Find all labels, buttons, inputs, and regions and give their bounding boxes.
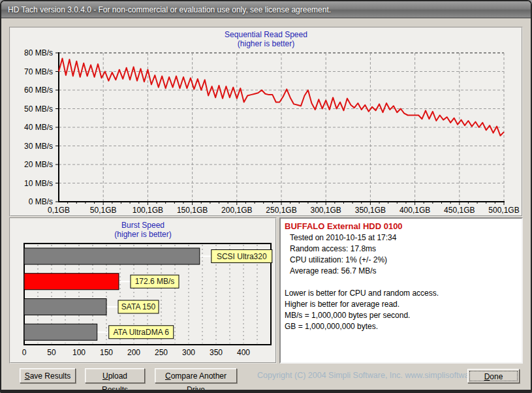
svg-text:0,1GB: 0,1GB [48, 206, 70, 215]
reference-bar [24, 248, 200, 264]
svg-text:0: 0 [22, 348, 27, 357]
svg-text:350: 350 [210, 348, 223, 357]
sequential-read-panel: Sequential Read Speed (higher is better)… [9, 27, 523, 217]
drive-name: BUFFALO External HDD 0100 [285, 221, 518, 232]
svg-text:ATA UltraDMA 6: ATA UltraDMA 6 [113, 328, 169, 337]
compare-another-drive-button[interactable]: Compare Another Drive [155, 368, 237, 383]
reference-bar [24, 324, 97, 340]
svg-text:50 MB/s: 50 MB/s [24, 104, 53, 114]
svg-text:40 MB/s: 40 MB/s [24, 123, 53, 132]
save-results-button[interactable]: Save Results [20, 368, 76, 383]
drive-details: Tested on 2010-10-15 at 17:34Random acce… [285, 232, 518, 277]
burst-speed-chart: SCSI Ultra320172.6 MB/sSATA 150ATA Ultra… [10, 239, 274, 362]
drive-info-panel: BUFFALO External HDD 0100 Tested on 2010… [279, 217, 523, 364]
reference-bar [24, 299, 106, 315]
svg-text:100,1GB: 100,1GB [133, 206, 163, 215]
svg-text:150,1GB: 150,1GB [177, 206, 208, 215]
window-title: HD Tach version 3.0.4.0 - For non-commer… [8, 5, 331, 14]
burst-chart-title: Burst Speed [10, 221, 275, 230]
sequential-chart-subtitle: (higher is better) [10, 39, 522, 48]
svg-text:450,1GB: 450,1GB [444, 206, 475, 215]
svg-text:SCSI Ultra320: SCSI Ultra320 [217, 252, 267, 261]
svg-text:70 MB/s: 70 MB/s [24, 67, 53, 76]
window-titlebar[interactable]: HD Tach version 3.0.4.0 - For non-commer… [1, 1, 531, 18]
drive-notes: Lower is better for CPU and random acces… [285, 288, 518, 332]
svg-text:0 MB/s: 0 MB/s [29, 197, 53, 206]
svg-text:200,1GB: 200,1GB [221, 206, 252, 215]
done-button[interactable]: Done [467, 369, 520, 383]
copyright-text: Copyright (C) 2004 Simpli Software, Inc.… [257, 371, 494, 380]
svg-text:10 MB/s: 10 MB/s [24, 179, 53, 188]
svg-text:350,1GB: 350,1GB [355, 206, 386, 215]
sequential-chart-title: Sequential Read Speed [10, 30, 522, 39]
note-line: Higher is better for average read. [285, 299, 518, 310]
upload-results-button[interactable]: Upload Results [85, 368, 145, 383]
svg-text:50: 50 [47, 348, 56, 357]
svg-text:400,1GB: 400,1GB [399, 206, 430, 215]
note-line: GB = 1,000,000,000 bytes. [285, 321, 518, 332]
drive-detail-line: Random access: 17.8ms [285, 244, 518, 255]
tested-drive-bar [24, 274, 119, 290]
svg-text:300: 300 [182, 348, 195, 357]
app-window: HD Tach version 3.0.4.0 - For non-commer… [0, 0, 532, 393]
svg-text:SATA 150: SATA 150 [121, 302, 156, 311]
drive-detail-line: CPU utilization: 1% (+/- 2%) [285, 255, 518, 266]
svg-text:250: 250 [155, 348, 168, 357]
burst-chart-subtitle: (higher is better) [10, 230, 275, 239]
svg-text:300,1GB: 300,1GB [311, 206, 341, 215]
drive-detail-line: Average read: 56.7 MB/s [285, 266, 518, 277]
note-line: Lower is better for CPU and random acces… [285, 288, 518, 299]
svg-text:60 MB/s: 60 MB/s [24, 86, 53, 95]
client-area: Sequential Read Speed (higher is better)… [1, 19, 531, 390]
sequential-read-chart: 0 MB/s10 MB/s20 MB/s30 MB/s40 MB/s50 MB/… [10, 48, 520, 215]
svg-text:250,1GB: 250,1GB [266, 206, 296, 215]
svg-text:80 MB/s: 80 MB/s [24, 48, 53, 57]
svg-text:172.6 MB/s: 172.6 MB/s [135, 277, 175, 286]
note-line: MB/s = 1,000,000 bytes per second. [285, 310, 518, 321]
svg-text:150: 150 [100, 348, 113, 357]
burst-speed-panel: Burst Speed (higher is better) SCSI Ultr… [9, 217, 277, 364]
svg-text:500,1GB: 500,1GB [488, 206, 519, 215]
svg-text:100: 100 [72, 348, 86, 357]
svg-text:200: 200 [127, 348, 140, 357]
svg-text:400: 400 [237, 348, 250, 357]
svg-text:20 MB/s: 20 MB/s [24, 160, 53, 169]
svg-text:50,1GB: 50,1GB [90, 206, 117, 215]
svg-text:30 MB/s: 30 MB/s [24, 142, 53, 151]
drive-detail-line: Tested on 2010-10-15 at 17:34 [285, 232, 518, 244]
